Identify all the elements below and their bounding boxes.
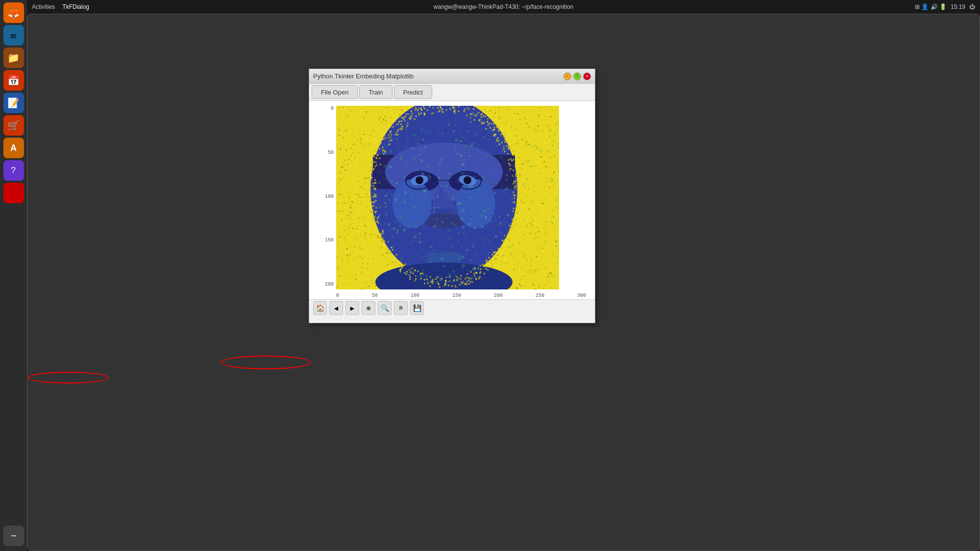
matplotlib-titlebar: Python Tkinter Embeding Matplotlib – □ ✕	[309, 69, 595, 84]
window-title: wangw@wangw-ThinkPad-T430: ~/p/face-reco…	[434, 3, 573, 10]
taskbar-calendar[interactable]: 📅	[3, 70, 24, 91]
taskbar-shopping[interactable]: 🛒	[3, 115, 24, 136]
taskbar-email[interactable]: ✉	[3, 25, 24, 46]
window-controls: – □ ✕	[564, 72, 591, 80]
taskbar-apps[interactable]: ⋯	[3, 526, 24, 546]
y-label-100: 100	[325, 194, 334, 199]
taskbar-red[interactable]	[3, 183, 24, 203]
chart-area: 0 50 100 150 200 0 50 100 150 200 250 30…	[309, 101, 595, 299]
x-label-200: 200	[494, 293, 503, 298]
configure-icon[interactable]: ≡	[394, 301, 408, 315]
x-label-50: 50	[372, 293, 378, 298]
y-label-0: 0	[331, 106, 334, 111]
y-axis: 0 50 100 150 200	[309, 106, 336, 287]
home-icon[interactable]: 🏠	[313, 301, 327, 315]
x-label-300: 300	[577, 293, 586, 298]
back-icon[interactable]: ◀	[329, 301, 343, 315]
x-axis: 0 50 100 150 200 250 300	[336, 293, 586, 298]
taskbar-texteditor[interactable]: A	[3, 138, 24, 158]
zoom-pan-icon[interactable]: ⊕	[362, 301, 375, 315]
taskbar-firefox[interactable]: 🦊	[3, 2, 24, 23]
minimize-button[interactable]: –	[564, 72, 571, 80]
save-icon[interactable]: 💾	[410, 301, 424, 315]
matplotlib-nav-toolbar: 🏠 ◀ ▶ ⊕ 🔍 ≡ 💾	[309, 299, 595, 316]
x-label-100: 100	[411, 293, 419, 298]
taskbar-files[interactable]: 📁	[3, 48, 24, 68]
matplotlib-title: Python Tkinter Embeding Matplotlib	[313, 72, 414, 80]
taskbar: 🦊 ✉ 📁 📅 📝 🛒 A ? $_ ⋯	[0, 0, 27, 551]
forward-icon[interactable]: ▶	[345, 301, 359, 315]
close-button[interactable]: ✕	[583, 72, 591, 80]
taskbar-help[interactable]: ?	[3, 160, 24, 181]
y-label-200: 200	[325, 282, 334, 287]
maximize-button[interactable]: □	[573, 72, 581, 80]
x-label-250: 250	[536, 293, 544, 298]
matplotlib-window: Python Tkinter Embeding Matplotlib – □ ✕…	[309, 69, 595, 323]
predict-button[interactable]: Predict	[394, 85, 432, 99]
file-open-button[interactable]: File Open	[312, 85, 358, 99]
train-button[interactable]: Train	[359, 85, 392, 99]
power-icon[interactable]: ⏻	[969, 3, 975, 10]
topbar: Activities TkFDialog wangw@wangw-ThinkPa…	[27, 0, 980, 14]
x-label-0: 0	[336, 293, 339, 298]
face-image	[336, 106, 559, 289]
system-indicators: ⊞ 👤 🔊 🔋	[915, 3, 947, 10]
y-label-150: 150	[325, 238, 334, 243]
x-label-150: 150	[452, 293, 461, 298]
taskbar-docs[interactable]: 📝	[3, 93, 24, 113]
dialog-indicator[interactable]: TkFDialog	[62, 3, 89, 10]
clock: 15:19	[951, 3, 965, 10]
activities-button[interactable]: Activities	[32, 3, 55, 10]
y-label-50: 50	[328, 150, 334, 155]
zoom-rect-icon[interactable]: 🔍	[378, 301, 392, 315]
matplotlib-button-toolbar: File Open Train Predict	[309, 84, 595, 101]
